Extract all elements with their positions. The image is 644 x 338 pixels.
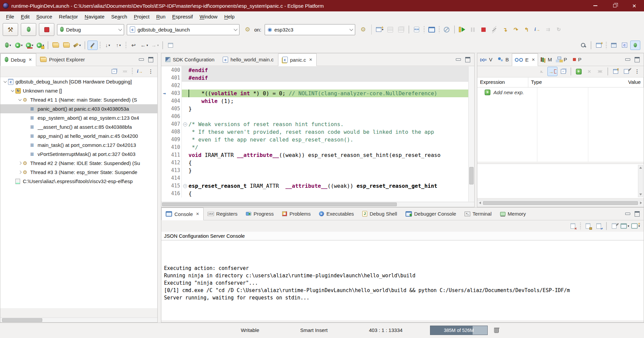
expression-detail-pane[interactable] [477, 164, 644, 199]
toolbar-icon[interactable]: ▾ [606, 42, 607, 49]
view-tab[interactable]: V✕ [477, 53, 495, 66]
view-toolbar-icon[interactable] [607, 67, 608, 75]
instruction-pointer-icon[interactable] [161, 144, 167, 151]
view-tab[interactable]: B✕ [495, 53, 512, 66]
instruction-pointer-icon[interactable]: → [161, 90, 167, 97]
close-tab-icon[interactable]: ✕ [532, 57, 535, 62]
folder-open2-icon[interactable]: ▾ [61, 41, 71, 50]
debug-bug-icon[interactable]: ▾ [3, 41, 13, 50]
save-all-icon[interactable]: ▾ [396, 25, 406, 34]
tree-item[interactable]: panic_abort() at panic.c:403 0x4038053a [0, 104, 157, 113]
console-toolbar-icon[interactable]: ▾ [606, 222, 607, 230]
code-line[interactable]: 401 − #endif [161, 74, 468, 82]
instruction-pointer-icon[interactable] [161, 74, 167, 82]
close-tab-icon[interactable]: ✕ [309, 57, 312, 62]
editor-vscrollbar[interactable] [468, 66, 474, 202]
instruction-pointer-icon[interactable] [161, 97, 167, 105]
instruction-pointer-icon[interactable] [161, 66, 167, 74]
tree-item[interactable]: Unknown name [] [0, 86, 157, 95]
toolbar-icon[interactable]: ▾ [454, 25, 455, 34]
target-combo[interactable]: esp32c3 [265, 24, 355, 35]
fold-margin[interactable]: − [182, 190, 189, 198]
instruction-pointer-icon[interactable] [161, 190, 167, 198]
instruction-pointer-icon[interactable] [161, 105, 167, 113]
persp-debug-icon[interactable]: ▾ [630, 41, 640, 50]
pin-console-icon[interactable]: ▾ [609, 221, 619, 231]
show-types-icon[interactable] [537, 67, 547, 76]
step-over-icon[interactable]: ▾ [511, 25, 521, 34]
code-line[interactable]: → 403 − *((volatile int *) 0) = 0; // NO… [161, 90, 468, 97]
layout-tree-icon[interactable] [547, 67, 557, 76]
scroll-lock-icon[interactable]: ▾ [583, 221, 593, 231]
new-launch-icon[interactable]: ▾ [375, 25, 385, 34]
view-menu-icon[interactable] [632, 67, 642, 76]
step-into-icon[interactable]: ▾ [500, 25, 510, 34]
step-filters-icon[interactable]: ▾ [532, 25, 542, 34]
instruction-pointer-icon[interactable] [161, 167, 167, 174]
remove-expression-icon[interactable] [584, 67, 594, 76]
expander-icon[interactable] [17, 169, 23, 175]
toolbar-button[interactable] [3, 23, 18, 36]
expressions-hscrollbar[interactable] [477, 200, 644, 206]
expander-icon[interactable] [24, 115, 30, 121]
forward-icon[interactable]: ▾ [150, 41, 160, 50]
instruction-pointer-icon[interactable] [161, 82, 167, 90]
view-menu-icon[interactable] [146, 67, 156, 76]
run-green-icon[interactable]: ▾ [14, 41, 24, 50]
instruction-pointer-icon[interactable] [161, 151, 167, 159]
pause-icon[interactable]: ▾ [468, 25, 478, 34]
view-tab[interactable]: Registers✕ [204, 208, 242, 220]
toolbar-button[interactable] [21, 23, 36, 36]
fold-margin[interactable]: − [182, 128, 189, 136]
view-tab[interactable]: Progress✕ [242, 208, 278, 220]
instruction-pointer-icon[interactable] [161, 136, 167, 144]
scrollbar-thumb[interactable] [2, 318, 42, 322]
menu-item[interactable]: Edit [17, 12, 33, 21]
tree-item[interactable]: Thread #2 2 (Name: IDLE State: Suspended… [0, 159, 157, 168]
instruction-pointer-icon[interactable] [161, 128, 167, 136]
fold-margin[interactable]: − [182, 144, 189, 151]
expander-icon[interactable] [24, 151, 30, 157]
fold-margin[interactable]: − [182, 90, 189, 97]
tree-item[interactable]: main_task() at port_common.c:127 0x42013 [0, 140, 157, 150]
view-tab[interactable]: Memory✕ [496, 208, 530, 220]
skip-breakpoints-icon[interactable]: ▾ [442, 25, 452, 34]
expander-icon[interactable] [10, 88, 15, 94]
console-output[interactable]: Executing action: confserverRunning ninj… [161, 240, 644, 320]
toolbar-icon[interactable]: ▾ [48, 41, 48, 49]
view-toolbar-icon[interactable] [571, 67, 571, 75]
minimize-icon[interactable] [137, 55, 146, 64]
toolbar-icon[interactable]: ▾ [162, 41, 163, 49]
tree-item[interactable]: __assert_func() at assert.c:85 0x40388bf… [0, 122, 157, 131]
toolbar-button[interactable] [39, 23, 54, 36]
view-tab[interactable]: Executables✕ [315, 208, 358, 220]
code-line[interactable]: 413 − } [161, 167, 468, 174]
add-expression-row[interactable]: Add new exp. [477, 88, 644, 97]
fold-margin[interactable]: − [182, 136, 189, 144]
toolbar-icon[interactable]: ▾ [100, 42, 101, 49]
terminate-icon[interactable]: ▾ [479, 25, 489, 34]
tree-item[interactable]: Thread #3 3 (Name: esp_timer State: Susp… [0, 168, 157, 177]
view-tab[interactable]: Debug Shell✕ [358, 208, 401, 220]
search-mag-icon[interactable]: ▾ [578, 41, 588, 50]
detail-vscrollbar[interactable] [638, 165, 643, 197]
scroll-left-icon[interactable] [477, 201, 483, 206]
annotation-prev-icon[interactable]: ▾ [113, 41, 123, 50]
open-console-icon[interactable]: ▾ [631, 221, 641, 231]
code-line[interactable]: 416 − { [161, 190, 468, 198]
editor-tab[interactable]: panic.c✕ [278, 53, 317, 66]
instruction-pointer-icon[interactable] [161, 113, 167, 120]
instruction-pointer-icon[interactable] [161, 182, 167, 190]
instruction-pointer-icon[interactable] [161, 174, 167, 182]
editor-tab[interactable]: SDK Configuration✕ [161, 53, 219, 66]
editor-hscrollbar[interactable] [161, 202, 474, 207]
code-line[interactable]: 400 − #endif [161, 66, 468, 74]
view-tab[interactable]: P✕ [555, 53, 570, 66]
toolbar-icon[interactable]: ▾ [85, 41, 85, 49]
expander-icon[interactable] [24, 124, 30, 130]
menu-item[interactable]: File [3, 12, 17, 21]
fold-margin[interactable]: − [182, 182, 189, 190]
minimize-button[interactable] [586, 0, 605, 11]
instruction-pointer-icon[interactable] [161, 120, 167, 128]
fold-margin[interactable]: − [182, 159, 189, 167]
